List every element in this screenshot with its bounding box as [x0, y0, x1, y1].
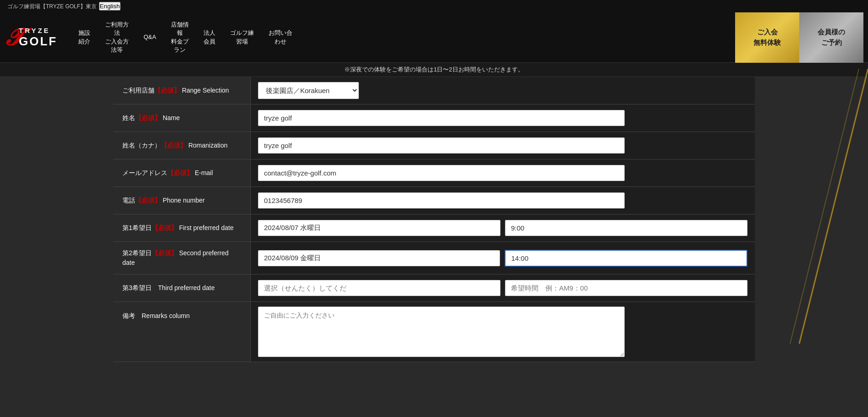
email-input[interactable]: [258, 165, 625, 181]
form-area: ご利用店舗【必須】 Range Selection 後楽園店／Korakuen …: [113, 77, 755, 362]
form-row-romanization: 姓名（カナ）【必須】 Romanization: [113, 132, 755, 159]
date1-date-input[interactable]: [258, 220, 500, 236]
nav-usage[interactable]: ご利用方 法 ご入会方 法等: [98, 17, 136, 58]
label-phone: 電話【必須】 Phone number: [113, 187, 251, 214]
field-remarks: [251, 302, 755, 362]
label-date2: 第2希望日【必須】 Second preferred date: [113, 242, 251, 274]
svg-line-0: [799, 69, 868, 344]
nav-qa[interactable]: Q&A: [136, 29, 163, 45]
form-row-date2: 第2希望日【必須】 Second preferred date: [113, 242, 755, 274]
form-row-remarks: 備考 Remarks column: [113, 302, 755, 362]
logo-area: 𝒯 TRYZE GOLF: [5, 24, 57, 51]
nav-store[interactable]: 店舗情 報 料金プ ラン: [164, 17, 196, 58]
field-phone: [251, 187, 755, 214]
field-date1: [251, 214, 755, 241]
phone-input[interactable]: [258, 192, 625, 208]
form-row-date3: 第3希望日 Third preferred date: [113, 274, 755, 302]
nav-menu: 施設 紹介 ご利用方 法 ご入会方 法等 Q&A 店舗情 報 料金プ ラン 法人…: [71, 17, 735, 58]
date2-date-input[interactable]: [258, 250, 500, 266]
label-name: 姓名【必須】 Name: [113, 104, 251, 132]
header: 𝒯 TRYZE GOLF 施設 紹介 ご利用方 法 ご入会方 法等 Q&A 店舗…: [0, 12, 868, 63]
label-range: ご利用店舗【必須】 Range Selection: [113, 77, 251, 104]
top-bar: ゴルフ練習場【TRYZE GOLF】東京 English: [0, 0, 868, 12]
form-row-date1: 第1希望日【必須】 First preferred date: [113, 214, 755, 242]
logo-tryze: TRYZE: [19, 27, 57, 34]
remarks-textarea[interactable]: [258, 307, 625, 357]
label-romanization: 姓名（カナ）【必須】 Romanization: [113, 132, 251, 159]
field-range: 後楽園店／Korakuen: [251, 77, 755, 104]
form-row-range: ご利用店舗【必須】 Range Selection 後楽園店／Korakuen: [113, 77, 755, 104]
label-date1: 第1希望日【必須】 First preferred date: [113, 214, 251, 241]
cta-member-button[interactable]: 会員様の ご予約: [799, 12, 863, 63]
date3-date-input[interactable]: [258, 280, 500, 296]
form-row-phone: 電話【必須】 Phone number: [113, 187, 755, 214]
date3-time-input[interactable]: [505, 280, 747, 296]
field-date2: [251, 242, 755, 274]
field-date3: [251, 274, 755, 302]
nav-practice[interactable]: ゴルフ練 習場: [223, 25, 261, 49]
nav-corporate[interactable]: 法人 会員: [196, 25, 223, 49]
svg-line-1: [790, 69, 859, 344]
date2-time-input[interactable]: [505, 250, 747, 267]
field-name: [251, 104, 755, 132]
notice-text: ※深夜での体験をご希望の場合は1日〜2日お時間をいただきます。: [344, 66, 523, 73]
notice-bar: ※深夜での体験をご希望の場合は1日〜2日お時間をいただきます。: [0, 63, 868, 77]
decorative-diagonal: [776, 69, 868, 344]
range-select[interactable]: 後楽園店／Korakuen: [258, 82, 359, 99]
romanization-input[interactable]: [258, 137, 625, 154]
english-button[interactable]: English: [99, 2, 121, 11]
cta-join-button[interactable]: ご入会 無料体験: [735, 12, 799, 63]
field-email: [251, 159, 755, 187]
form-row-email: メールアドレス【必須】 E-mail: [113, 159, 755, 187]
date1-time-input[interactable]: [505, 220, 747, 236]
label-email: メールアドレス【必須】 E-mail: [113, 159, 251, 187]
field-romanization: [251, 132, 755, 159]
label-remarks: 備考 Remarks column: [113, 302, 251, 362]
form-row-name: 姓名【必須】 Name: [113, 104, 755, 132]
logo-golf: GOLF: [19, 34, 57, 49]
nav-facility[interactable]: 施設 紹介: [71, 25, 98, 49]
nav-contact[interactable]: お問い合 わせ: [261, 25, 300, 49]
logo-t-icon: 𝒯: [5, 24, 18, 51]
name-input[interactable]: [258, 110, 625, 126]
nav-cta: ご入会 無料体験 会員様の ご予約: [735, 12, 863, 63]
label-date3: 第3希望日 Third preferred date: [113, 274, 251, 302]
site-title: ゴルフ練習場【TRYZE GOLF】東京: [7, 3, 97, 10]
